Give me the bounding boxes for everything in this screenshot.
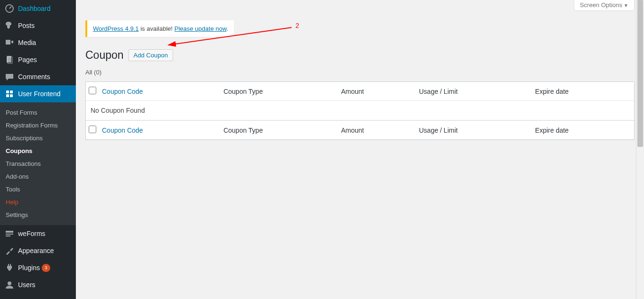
sidebar-item-comments[interactable]: Comments <box>0 68 76 85</box>
submenu-registration-forms[interactable]: Registration Forms <box>0 119 76 132</box>
sidebar-label: Pages <box>18 56 37 63</box>
sidebar-item-user-frontend[interactable]: User Frontend <box>0 85 76 102</box>
sidebar-item-posts[interactable]: Posts <box>0 17 76 34</box>
media-icon <box>5 38 14 47</box>
user-frontend-icon <box>5 89 14 99</box>
scrollbar[interactable] <box>636 0 644 149</box>
annotation-label-2: 2 <box>295 22 299 29</box>
sidebar-label: Media <box>18 39 36 46</box>
svg-rect-7 <box>10 94 13 97</box>
empty-message: No Coupon Found <box>86 101 634 120</box>
col-usage-limit: Usage / Limit <box>414 82 530 101</box>
submenu-user-frontend: Post Forms Registration Forms Subscripti… <box>0 102 76 149</box>
pin-icon <box>5 21 14 30</box>
col-coupon-type-foot: Coupon Type <box>219 120 336 139</box>
sidebar-label: Dashboard <box>18 5 51 12</box>
col-amount: Amount <box>336 82 414 101</box>
scrollbar-thumb[interactable] <box>637 0 643 147</box>
col-usage-limit-foot: Usage / Limit <box>414 120 530 139</box>
page-title: Coupon <box>85 49 124 62</box>
col-expire-date: Expire date <box>530 82 634 101</box>
col-coupon-type: Coupon Type <box>219 82 336 101</box>
add-coupon-button[interactable]: Add Coupon <box>129 49 173 61</box>
wp-version-link[interactable]: WordPress 4.9.1 <box>93 25 139 32</box>
submenu-coupons[interactable]: Coupons <box>0 145 76 149</box>
pages-icon <box>5 55 14 64</box>
filter-all[interactable]: All <box>85 69 92 76</box>
sidebar-item-pages[interactable]: Pages <box>0 51 76 68</box>
svg-rect-1 <box>6 40 10 45</box>
coupon-table: Coupon Code Coupon Type Amount Usage / L… <box>85 82 635 140</box>
notice-tail: . <box>227 25 229 32</box>
comments-icon <box>5 72 14 82</box>
col-coupon-code[interactable]: Coupon Code <box>102 88 143 95</box>
sidebar-label: User Frontend <box>18 90 60 98</box>
sidebar-label: Comments <box>18 73 50 81</box>
screen-options-button[interactable]: Screen Options <box>574 0 635 11</box>
filter-subsub: All (0) <box>85 69 635 76</box>
submenu-post-forms[interactable]: Post Forms <box>0 106 76 119</box>
col-expire-date-foot: Expire date <box>530 120 634 139</box>
sidebar-item-dashboard[interactable]: Dashboard <box>0 0 76 17</box>
update-now-link[interactable]: Please update now <box>175 25 227 32</box>
notice-text: is available! <box>139 25 175 32</box>
select-all-top[interactable] <box>89 87 96 94</box>
sidebar-label: Posts <box>18 22 35 29</box>
update-notice: WordPress 4.9.1 is available! Please upd… <box>85 20 234 37</box>
svg-rect-4 <box>6 91 9 93</box>
dashboard-icon <box>5 4 14 13</box>
submenu-subscriptions[interactable]: Subscriptions <box>0 132 76 145</box>
filter-count: (0) <box>94 69 101 76</box>
main-content: Screen Options WordPress 4.9.1 is availa… <box>76 0 644 149</box>
sidebar-item-media[interactable]: Media <box>0 34 76 51</box>
col-coupon-code-foot[interactable]: Coupon Code <box>102 127 143 134</box>
svg-rect-5 <box>10 91 13 93</box>
svg-rect-6 <box>6 94 9 97</box>
col-amount-foot: Amount <box>336 120 414 139</box>
select-all-bottom[interactable] <box>89 126 96 133</box>
admin-sidebar: Dashboard Posts Media Pages Comments Use… <box>0 0 76 149</box>
